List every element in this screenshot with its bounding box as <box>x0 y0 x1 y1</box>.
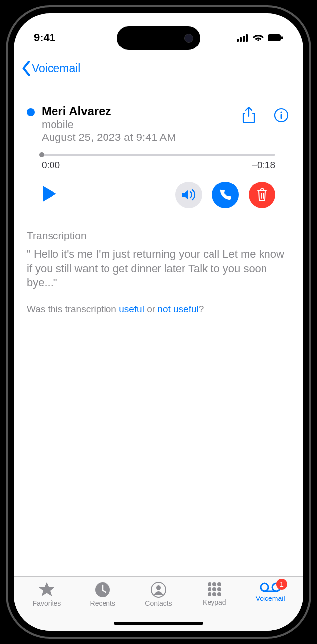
phone-frame: 9:41 Voicemail Meri Alvarez mobile Augus… <box>6 5 311 639</box>
dynamic-island <box>117 26 200 50</box>
status-icons <box>237 34 283 42</box>
playback-controls <box>27 182 290 208</box>
svg-rect-5 <box>281 36 283 39</box>
tab-recents-label: Recents <box>90 599 115 607</box>
svg-rect-1 <box>240 37 242 42</box>
header-actions <box>240 104 290 124</box>
tab-favorites-label: Favorites <box>33 599 61 607</box>
caller-label: mobile <box>42 118 240 131</box>
tab-voicemail[interactable]: 1 Voicemail <box>242 582 298 602</box>
svg-point-17 <box>217 587 221 591</box>
chevron-left-icon <box>22 61 31 76</box>
share-icon <box>242 107 256 124</box>
tab-keypad[interactable]: Keypad <box>186 582 242 606</box>
play-button[interactable] <box>42 185 57 205</box>
share-button[interactable] <box>240 106 258 124</box>
unread-dot-icon <box>27 108 35 116</box>
phone-icon <box>219 188 232 201</box>
content: Meri Alvarez mobile August 25, 2023 at 9… <box>14 84 303 576</box>
info-button[interactable] <box>272 106 290 124</box>
speaker-button[interactable] <box>175 182 202 208</box>
cellular-icon <box>237 34 249 42</box>
svg-point-12 <box>208 582 211 586</box>
svg-point-19 <box>212 592 216 596</box>
time-labels: 0:00 −0:18 <box>42 160 275 171</box>
clock-icon <box>95 582 110 598</box>
caller-info: Meri Alvarez mobile August 25, 2023 at 9… <box>42 104 240 144</box>
feedback-suffix: ? <box>199 304 204 314</box>
useful-link[interactable]: useful <box>119 304 144 314</box>
tab-favorites[interactable]: Favorites <box>19 582 75 607</box>
tab-contacts[interactable]: Contacts <box>131 582 187 607</box>
person-icon <box>151 582 166 598</box>
caller-row: Meri Alvarez mobile August 25, 2023 at 9… <box>27 104 290 144</box>
svg-rect-3 <box>246 34 248 42</box>
feedback-prefix: Was this transcription <box>27 304 119 314</box>
tab-voicemail-label: Voicemail <box>256 595 285 602</box>
star-icon <box>38 582 55 598</box>
play-icon <box>42 185 57 203</box>
svg-rect-8 <box>281 114 282 119</box>
transcription-text: " Hello it's me I'm just returning your … <box>27 247 290 290</box>
svg-point-20 <box>217 592 221 596</box>
trash-icon <box>257 188 267 201</box>
info-icon <box>274 108 289 123</box>
caller-date: August 25, 2023 at 9:41 AM <box>42 131 240 144</box>
svg-point-11 <box>156 585 161 590</box>
svg-rect-2 <box>243 36 245 42</box>
tab-keypad-label: Keypad <box>203 598 226 606</box>
camera-icon <box>184 34 193 43</box>
home-indicator[interactable] <box>114 622 203 625</box>
back-button[interactable]: Voicemail <box>22 61 80 76</box>
svg-rect-4 <box>268 34 281 41</box>
keypad-icon <box>207 582 222 597</box>
speaker-icon <box>181 188 196 201</box>
svg-point-15 <box>208 587 211 591</box>
screen: 9:41 Voicemail Meri Alvarez mobile Augus… <box>14 13 303 631</box>
scrubber-track[interactable] <box>42 154 275 156</box>
status-time: 9:41 <box>34 31 55 44</box>
svg-rect-0 <box>237 39 239 42</box>
playback-timeline: 0:00 −0:18 <box>27 154 290 171</box>
transcription-title: Transcription <box>27 230 290 242</box>
remaining-time: −0:18 <box>252 160 275 171</box>
wifi-icon <box>253 34 264 42</box>
svg-point-7 <box>280 111 282 113</box>
voicemail-badge: 1 <box>276 579 287 590</box>
svg-point-21 <box>261 583 268 591</box>
tab-recents[interactable]: Recents <box>75 582 131 607</box>
feedback-mid: or <box>144 304 158 314</box>
svg-point-16 <box>212 587 216 591</box>
svg-point-18 <box>208 592 211 596</box>
call-button[interactable] <box>212 182 239 208</box>
delete-button[interactable] <box>249 182 275 208</box>
back-label: Voicemail <box>32 62 80 75</box>
svg-point-13 <box>212 582 216 586</box>
elapsed-time: 0:00 <box>42 160 60 171</box>
not-useful-link[interactable]: not useful <box>158 304 198 314</box>
nav-header: Voicemail <box>14 53 303 84</box>
battery-icon <box>267 34 283 42</box>
caller-name: Meri Alvarez <box>42 104 240 118</box>
feedback-prompt: Was this transcription useful or not use… <box>27 304 290 315</box>
svg-point-14 <box>217 582 221 586</box>
scrubber-thumb-icon <box>39 152 44 157</box>
tab-contacts-label: Contacts <box>145 599 172 607</box>
